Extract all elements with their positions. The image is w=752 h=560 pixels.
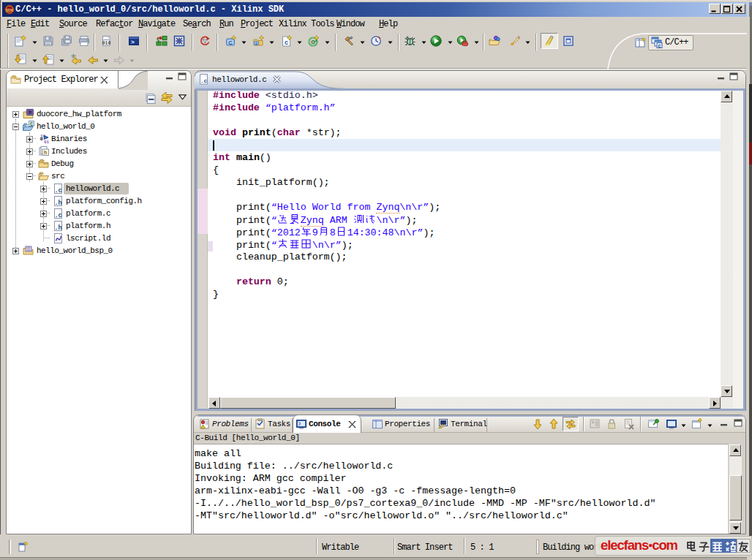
svg-text:.c: .c (54, 212, 61, 219)
svg-text:c: c (255, 41, 257, 45)
svg-text:010: 010 (102, 41, 111, 46)
svg-text:h: h (44, 150, 47, 156)
svg-text:.h: .h (54, 200, 61, 207)
svg-text:SDK: SDK (6, 8, 14, 12)
svg-text:.c: .c (200, 77, 208, 84)
svg-text:01: 01 (44, 140, 50, 145)
svg-text:.h: .h (54, 224, 61, 232)
svg-text:C: C (658, 44, 661, 49)
svg-text:G: G (311, 39, 315, 45)
svg-text:C: C (228, 39, 233, 46)
svg-text:.c: .c (54, 187, 61, 194)
svg-text:C: C (30, 121, 33, 127)
svg-text:>: > (131, 39, 135, 45)
svg-text:c: c (285, 39, 288, 46)
